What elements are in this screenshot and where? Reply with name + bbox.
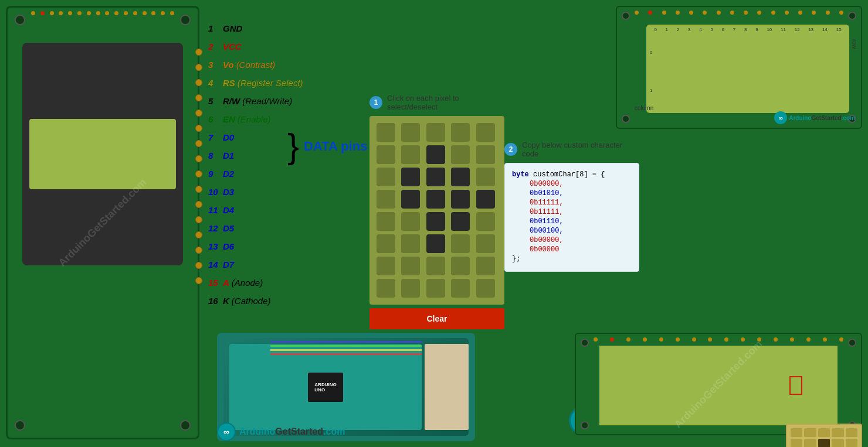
corner-hole-tr xyxy=(180,15,191,25)
pixel-cell[interactable] xyxy=(476,123,495,142)
pixel-cell[interactable] xyxy=(401,123,420,142)
pixel-cell[interactable] xyxy=(476,257,495,275)
pixel-zoom xyxy=(786,424,862,447)
data-pins-section: } DATA pins xyxy=(287,129,367,164)
pin-dot xyxy=(635,11,639,15)
pin-dot xyxy=(785,11,789,15)
pixel-cell[interactable] xyxy=(401,145,420,164)
arduino-logo-tr: ∞ ArduinoGetStarted.com xyxy=(774,111,855,124)
pin-desc: (Cathode) xyxy=(232,296,271,306)
pixel-cell[interactable] xyxy=(377,212,395,231)
code-value-line: 0b11111, xyxy=(512,199,632,207)
pixel-cell[interactable] xyxy=(476,234,495,253)
lcd-screen-br xyxy=(599,346,838,425)
clear-button[interactable]: Clear xyxy=(369,308,504,329)
pin-dot xyxy=(133,11,137,15)
pixel-cell[interactable] xyxy=(401,212,420,231)
code-box[interactable]: byte customChar[8] = {0b00000,0b01010,0b… xyxy=(504,163,639,272)
pixel-cell[interactable] xyxy=(377,234,395,253)
pin-dot xyxy=(741,337,745,342)
pixel-cell[interactable] xyxy=(426,257,445,275)
pin-dot xyxy=(798,11,802,15)
pin-name: D7 xyxy=(223,260,234,269)
pixel-cell[interactable] xyxy=(476,190,495,209)
pixel-cell[interactable] xyxy=(426,190,445,209)
pixel-cell[interactable] xyxy=(401,234,420,253)
pixel-cell[interactable] xyxy=(377,145,395,164)
pin-name: A xyxy=(223,278,229,288)
pin-number: 14 xyxy=(208,260,223,269)
pixel-cell[interactable] xyxy=(451,279,470,298)
row-label: row xyxy=(851,39,857,49)
pixel-cell[interactable] xyxy=(426,234,445,253)
pin-dot xyxy=(839,11,843,15)
pixel-cell[interactable] xyxy=(401,257,420,275)
pin-name: R/W xyxy=(223,96,240,106)
pin-row: 11 D4 xyxy=(208,205,367,215)
pin-dot xyxy=(790,337,794,342)
pin-dot xyxy=(724,337,728,342)
pixel-cell[interactable] xyxy=(401,168,420,186)
pin-connector xyxy=(195,155,202,162)
pin-row: 10 D3 xyxy=(208,187,367,197)
code-value-line: 0b11111, xyxy=(512,208,632,216)
pin-name: D1 xyxy=(223,151,234,161)
pixel-cell[interactable] xyxy=(476,212,495,231)
pin-connector xyxy=(195,277,202,284)
pixel-cell[interactable] xyxy=(451,234,470,253)
pixel-cell[interactable] xyxy=(476,145,495,164)
pixel-zoom-cell xyxy=(804,428,816,437)
pixel-cell[interactable] xyxy=(476,168,495,186)
pin-connector xyxy=(195,79,202,86)
pixel-cell[interactable] xyxy=(451,123,470,142)
pin-dot xyxy=(703,11,707,15)
pin-dot xyxy=(594,337,598,342)
pixel-cell[interactable] xyxy=(377,168,395,186)
step2-text: Copy below custom character code xyxy=(522,141,639,158)
lcd-display-top-right: 0123456789101112131415 0 1 xyxy=(646,25,849,113)
pixel-cell[interactable] xyxy=(401,279,420,298)
pixel-cell[interactable] xyxy=(451,145,470,164)
step2-label: 2 Copy below custom character code xyxy=(504,141,639,158)
pixel-cell[interactable] xyxy=(451,168,470,186)
lcd-row-0 xyxy=(655,33,846,71)
pin-name: D5 xyxy=(223,223,234,233)
corner-hole-tl xyxy=(622,12,630,20)
pixel-grid-container xyxy=(369,116,504,305)
corner-hole-tl xyxy=(15,15,25,25)
bottom-right-section: ∞ ArduinoGetStarted.com xyxy=(569,406,862,441)
pin-dot xyxy=(676,11,680,15)
pixel-cell[interactable] xyxy=(377,123,395,142)
pin-row: 3 Vo (Contrast) xyxy=(208,60,367,70)
pixel-cell[interactable] xyxy=(426,123,445,142)
wire-green xyxy=(270,345,422,347)
pixel-cell[interactable] xyxy=(426,279,445,298)
pixel-cell[interactable] xyxy=(377,279,395,298)
pixel-cell[interactable] xyxy=(401,190,420,209)
pixel-cell[interactable] xyxy=(426,145,445,164)
step2-circle: 2 xyxy=(504,143,517,156)
pin-dot xyxy=(105,11,109,15)
pin-desc: (Contrast) xyxy=(236,60,276,70)
pin-dot xyxy=(50,11,54,15)
pin-number: 4 xyxy=(208,78,223,88)
pixel-cell[interactable] xyxy=(377,257,395,275)
pixel-grid[interactable] xyxy=(377,123,497,298)
pin-number: 9 xyxy=(208,169,223,179)
pin-dot xyxy=(757,337,761,342)
pin-number: 5 xyxy=(208,96,223,106)
pixel-cell[interactable] xyxy=(476,279,495,298)
pin-row: 14 D7 xyxy=(208,260,367,269)
corner-hole-tr xyxy=(848,339,856,347)
step1-text: Click on each pixel to select/deselect xyxy=(387,94,504,111)
pixel-cell[interactable] xyxy=(377,190,395,209)
pin-name: D6 xyxy=(223,241,234,251)
pixel-cell[interactable] xyxy=(451,257,470,275)
pin-row: 4 RS (Register Select) xyxy=(208,78,367,88)
pixel-cell[interactable] xyxy=(451,212,470,231)
pin-desc: (Anode) xyxy=(232,278,263,288)
pixel-cell[interactable] xyxy=(426,168,445,186)
pin-number: 11 xyxy=(208,205,223,215)
pixel-cell[interactable] xyxy=(451,190,470,209)
pixel-cell[interactable] xyxy=(426,212,445,231)
